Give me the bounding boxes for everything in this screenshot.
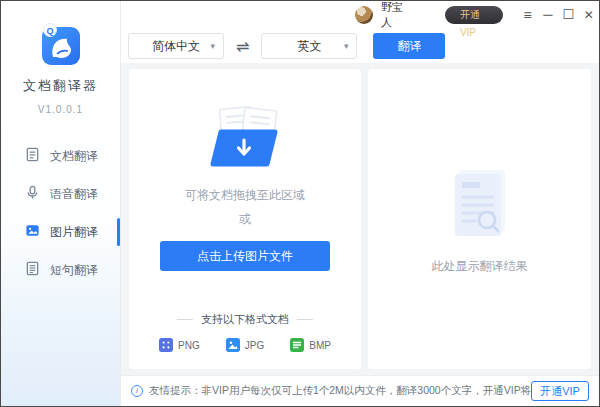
main-area: 野宝人 开通VIP ≡ ─ ☐ ✕ 简体中文 ▾ ⇌ 英文 ▾ 翻译 (121, 1, 599, 406)
formats-title-text: 支持以下格式文档 (201, 312, 289, 327)
divider (297, 319, 313, 320)
upload-dropzone[interactable]: 可将文档拖拽至此区域 或 点击上传图片文件 支持以下格式文档 (129, 69, 361, 369)
sidebar-item-image-translate[interactable]: 图片翻译 (1, 213, 120, 251)
source-language-select[interactable]: 简体中文 ▾ (128, 33, 224, 59)
document-icon (25, 147, 40, 166)
username: 野宝人 (381, 0, 407, 30)
formats-title: 支持以下格式文档 (129, 312, 361, 327)
svg-text:Q: Q (46, 26, 53, 36)
upload-icon (199, 105, 291, 171)
image-icon (25, 223, 40, 242)
bmp-file-icon (290, 338, 304, 352)
sidebar-menu: 文档翻译 语音翻译 图片翻译 短句翻译 (1, 137, 120, 289)
sidebar-item-sentence-translate[interactable]: 短句翻译 (1, 251, 120, 289)
drag-hint-text: 可将文档拖拽至此区域 (185, 187, 305, 204)
target-language-select[interactable]: 英文 ▾ (261, 33, 357, 59)
content-area: 可将文档拖拽至此区域 或 点击上传图片文件 支持以下格式文档 (121, 63, 599, 375)
sidebar-item-label: 文档翻译 (50, 148, 98, 165)
minimize-icon[interactable]: ─ (538, 1, 558, 29)
footer-bar: i 友情提示：非VIP用户每次仅可上传1个2M以内文件，翻译3000个文字，开通… (121, 375, 599, 406)
chevron-down-icon: ▾ (210, 41, 215, 51)
language-toolbar: 简体中文 ▾ ⇌ 英文 ▾ 翻译 (121, 29, 599, 63)
open-vip-button[interactable]: 开通VIP (531, 381, 589, 401)
format-label: BMP (309, 340, 331, 351)
sidebar: Q 文档翻译器 V1.0.0.1 文档翻译 语音翻译 图 (1, 1, 121, 406)
app-window: Q 文档翻译器 V1.0.0.1 文档翻译 语音翻译 图 (0, 0, 600, 407)
png-file-icon (159, 338, 173, 352)
translate-button[interactable]: 翻译 (373, 33, 445, 59)
vip-tip-text: 友情提示：非VIP用户每次仅可上传1个2M以内文件，翻译3000个文字，开通VI… (149, 384, 531, 398)
sidebar-item-voice-translate[interactable]: 语音翻译 (1, 175, 120, 213)
open-vip-pill-button[interactable]: 开通VIP (445, 6, 503, 24)
or-text: 或 (239, 211, 251, 228)
upload-image-button[interactable]: 点击上传图片文件 (160, 241, 330, 271)
translation-result-panel: 此处显示翻译结果 (368, 69, 591, 369)
active-indicator (117, 218, 120, 246)
maximize-icon[interactable]: ☐ (558, 1, 578, 29)
result-placeholder-text: 此处显示翻译结果 (432, 258, 528, 275)
microphone-icon (25, 185, 40, 204)
result-placeholder-icon (449, 164, 511, 244)
source-language-value: 简体中文 (152, 38, 200, 55)
sidebar-item-label: 图片翻译 (50, 224, 98, 241)
jpg-file-icon (226, 338, 240, 352)
avatar[interactable] (355, 6, 373, 24)
sidebar-item-label: 语音翻译 (50, 186, 98, 203)
sentence-icon (25, 261, 40, 280)
app-title: 文档翻译器 (1, 77, 120, 95)
format-label: JPG (245, 340, 264, 351)
chevron-down-icon: ▾ (344, 41, 349, 51)
titlebar: 野宝人 开通VIP ≡ ─ ☐ ✕ (121, 1, 599, 29)
app-version: V1.0.0.1 (1, 104, 120, 115)
format-label: PNG (178, 340, 200, 351)
menu-icon[interactable]: ≡ (517, 1, 537, 29)
swap-languages-icon[interactable]: ⇌ (236, 37, 249, 56)
info-icon: i (131, 385, 143, 397)
format-item-bmp: BMP (290, 338, 331, 352)
format-item-png: PNG (159, 338, 200, 352)
formats-row: PNG JPG BMP (129, 338, 361, 352)
supported-formats: 支持以下格式文档 PNG (129, 312, 361, 352)
sidebar-item-document-translate[interactable]: 文档翻译 (1, 137, 120, 175)
close-icon[interactable]: ✕ (579, 1, 599, 29)
format-item-jpg: JPG (226, 338, 264, 352)
divider (177, 319, 193, 320)
sidebar-item-label: 短句翻译 (50, 262, 98, 279)
app-logo-icon: Q (38, 21, 84, 67)
target-language-value: 英文 (297, 38, 321, 55)
